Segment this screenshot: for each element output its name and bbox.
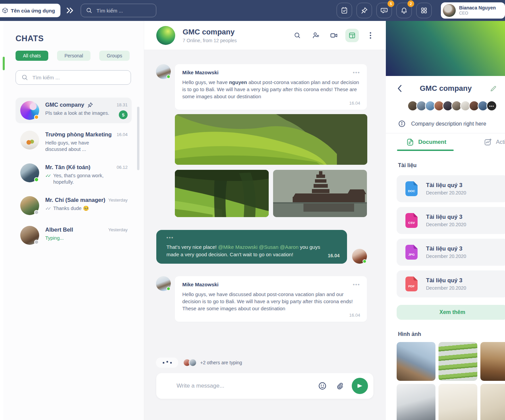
tab-document-label: Document: [418, 139, 446, 146]
active-tab-underline: [397, 150, 454, 151]
chat-image-rice-terraces[interactable]: [175, 170, 269, 217]
edit-group-button[interactable]: [490, 85, 497, 92]
see-more-button[interactable]: Xem thêm: [397, 305, 505, 320]
message-scroll-area[interactable]: Mike Mazowski•••Hello guys, we have nguy…: [144, 50, 386, 420]
panel-tabs: Document Activities: [386, 133, 505, 151]
left-rail: [0, 21, 3, 420]
conversation-search-button[interactable]: [291, 29, 304, 42]
conversation-more-button[interactable]: [364, 29, 377, 42]
tab-document[interactable]: Document: [406, 138, 446, 146]
chat-avatar: [20, 196, 39, 215]
search-icon: [294, 32, 301, 39]
chat-list: GMC companyPls take a look at the images…: [16, 98, 132, 248]
chat-timestamp: 16.04: [116, 132, 128, 137]
collapse-chevrons-icon[interactable]: [66, 7, 75, 14]
paperclip-icon: [336, 382, 344, 390]
chat-preview: Hello guys, we have discussed about ...: [45, 140, 110, 153]
chat-preview: Pls take a look at the images.: [45, 110, 110, 116]
filter-tab-groups[interactable]: Groups: [99, 51, 130, 61]
svg-text:PDF: PDF: [408, 284, 415, 288]
shared-image-workspace-desk[interactable]: [397, 384, 435, 420]
video-camera-icon: [330, 31, 338, 40]
file-item[interactable]: DOCTài liệu quý 3December 20.2020: [397, 175, 505, 202]
app-menu-button[interactable]: Tên của ứng dụng: [0, 4, 60, 17]
images-section-label: Hình ảnh: [398, 331, 505, 337]
pin-icon: [361, 7, 368, 14]
pencil-icon: [490, 85, 497, 92]
send-arrow-icon: [356, 382, 364, 390]
shared-image-green-building[interactable]: [438, 342, 477, 381]
shared-image-meeting-room[interactable]: [480, 342, 505, 381]
add-member-button[interactable]: [309, 29, 322, 42]
chat-image-green-hills[interactable]: [175, 114, 367, 165]
unread-count-badge: 5: [119, 110, 128, 119]
message-time: 16.04: [182, 313, 360, 318]
more-members-button[interactable]: •••: [486, 101, 497, 111]
message-input[interactable]: [177, 383, 309, 389]
file-item[interactable]: CSVTài liệu quý 3December 20.2020: [397, 207, 505, 234]
chat-preview: Typing...: [45, 235, 102, 241]
chat-list-item[interactable]: Trường phòng MarketingHello guys, we hav…: [16, 127, 132, 156]
smiley-icon: [318, 382, 327, 390]
file-item[interactable]: PDFTài liệu quý 3December 20.2020: [397, 270, 505, 297]
chevron-left-icon: [397, 85, 402, 92]
file-item[interactable]: JPGTài liệu quý 3December 20.2020: [397, 239, 505, 266]
chat-name: Albert Bell: [45, 227, 73, 233]
chat-image-bali-temple[interactable]: [273, 170, 367, 217]
clipboard-check-icon: [341, 7, 348, 14]
filter-tab-all-chats[interactable]: All chats: [16, 51, 48, 61]
top-navbar: Tên của ứng dụng 5: [0, 0, 505, 21]
tasks-button[interactable]: [337, 3, 352, 18]
notifications-button[interactable]: 2: [396, 3, 412, 18]
user-name: Bianaca Nguyen: [459, 5, 496, 11]
toggle-info-panel-button[interactable]: [345, 29, 359, 42]
file-date: December 20.2020: [426, 222, 466, 227]
shared-images-grid: [397, 342, 505, 420]
message-input-bar: [156, 373, 373, 399]
mention-link[interactable]: @Mike Mazowski: [218, 244, 258, 250]
typing-note: +2 others are typing: [200, 360, 242, 365]
chat-bubble-icon: [380, 7, 388, 14]
typing-user-avatar: [189, 359, 197, 367]
tab-activities-label: Activities: [496, 139, 505, 146]
sidebar-search-input[interactable]: [32, 75, 117, 81]
message-author: Mike Mazowski: [182, 70, 219, 75]
sidebar-scrollbar[interactable]: [137, 107, 139, 170]
typing-dots-bubble: [156, 358, 178, 368]
send-button[interactable]: [352, 378, 368, 394]
shared-image-document-page[interactable]: [438, 384, 477, 420]
pinned-button[interactable]: [356, 3, 372, 18]
apps-button[interactable]: [416, 3, 432, 18]
messages-button[interactable]: 5: [376, 3, 392, 18]
chat-list-item[interactable]: GMC companyPls take a look at the images…: [16, 98, 132, 123]
user-profile-card[interactable]: Bianaca Nguyen CEO: [441, 2, 505, 19]
mention-link[interactable]: @Susan: [259, 244, 278, 250]
emoji-button[interactable]: [318, 382, 327, 390]
status-dot: [166, 287, 170, 291]
global-search: [81, 4, 156, 17]
chat-list-item[interactable]: Mr. Tân (Kế toán)✓✓Yes, that's gonna wor…: [16, 160, 132, 189]
message-options-button[interactable]: •••: [353, 282, 360, 287]
chat-name: GMC company: [45, 102, 84, 108]
chat-list-item[interactable]: Mr. Chí (Sale manager)✓✓Thanks dude 🥺Yes…: [16, 193, 132, 218]
tab-activities[interactable]: Activities: [484, 138, 505, 146]
shared-image-office-building[interactable]: [397, 342, 435, 381]
conversation-title: GMC company: [183, 28, 237, 36]
panel-back-button[interactable]: [397, 85, 402, 92]
apps-grid-icon: [420, 7, 428, 14]
message-options-button[interactable]: •••: [166, 235, 174, 240]
chat-avatar: [20, 163, 39, 182]
file-type-icon-pdf: PDF: [404, 276, 419, 292]
file-name: Tài liệu quý 3: [426, 245, 466, 252]
message-images: [175, 114, 367, 217]
global-search-input[interactable]: [97, 8, 144, 14]
filter-tab-personal[interactable]: Personal: [57, 51, 90, 61]
message-options-button[interactable]: •••: [353, 70, 360, 75]
mention-link[interactable]: @Aaron: [280, 244, 298, 250]
shared-image-report-charts[interactable]: [480, 384, 505, 420]
attach-button[interactable]: [336, 382, 344, 390]
chat-list-item[interactable]: Albert BellTyping...Yesterday: [16, 222, 132, 248]
group-info-panel: GMC company ••• Company description righ…: [386, 21, 505, 420]
read-receipt-icon: ✓✓: [45, 205, 51, 212]
video-call-button[interactable]: [327, 29, 341, 42]
